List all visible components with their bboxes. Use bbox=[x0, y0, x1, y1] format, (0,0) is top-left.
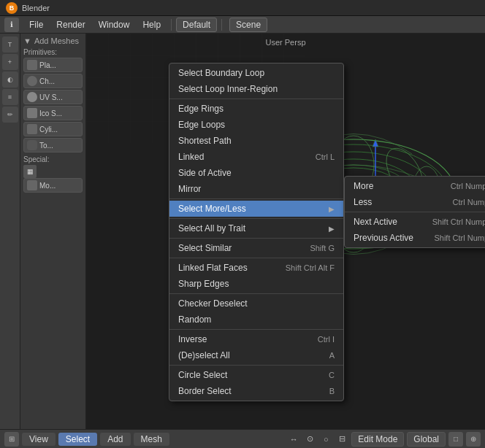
left-sidebar: T + ◐ ≡ ✏ bbox=[0, 34, 20, 429]
proportional-icon[interactable]: ○ bbox=[319, 433, 332, 446]
ctx-divider-2 bbox=[169, 198, 343, 199]
ctx-divider-3 bbox=[169, 218, 343, 219]
ctx-circle-select[interactable]: Circle Select C bbox=[169, 367, 343, 383]
main-area: T + ◐ ≡ ✏ ▼ Add Meshes Primitives: Pla..… bbox=[0, 34, 485, 429]
edit-mode-selector[interactable]: Edit Mode bbox=[351, 432, 404, 447]
tool-circle[interactable]: Ch... bbox=[23, 74, 83, 88]
tool-monkey[interactable]: Mo... bbox=[23, 178, 83, 193]
ctx-divider-5 bbox=[169, 258, 343, 258]
menu-help[interactable]: Help bbox=[137, 18, 167, 31]
sidebar-tool-icon[interactable]: T bbox=[2, 36, 18, 53]
global-selector[interactable]: Global bbox=[407, 432, 446, 447]
ctx-deselect-all[interactable]: (De)select All A bbox=[169, 347, 343, 363]
view-icon[interactable]: ⊞ bbox=[4, 432, 19, 447]
ctx-select-boundary-loop[interactable]: Select Boundary Loop bbox=[169, 65, 343, 81]
ctx-linked[interactable]: Linked Ctrl L bbox=[169, 149, 343, 165]
snap-icon[interactable]: ⊙ bbox=[303, 433, 316, 446]
ctx-divider-8 bbox=[169, 365, 343, 366]
ctx-inverse[interactable]: Inverse Ctrl I bbox=[169, 331, 343, 347]
ctx-random[interactable]: Random bbox=[169, 312, 343, 328]
tool-panel-header: ▼ Add Meshes bbox=[23, 36, 83, 45]
ctx-divider-4 bbox=[169, 238, 343, 239]
context-menu: Select Boundary Loop Select Loop Inner-R… bbox=[169, 63, 344, 401]
tool-panel: ▼ Add Meshes Primitives: Pla... Ch... UV… bbox=[20, 34, 86, 429]
ctx-divider-7 bbox=[169, 329, 343, 330]
tab-select[interactable]: Select bbox=[58, 433, 97, 446]
ctx-select-all-by-trait[interactable]: Select All by Trait ▶ bbox=[169, 220, 343, 236]
ctx-divider-1 bbox=[169, 99, 343, 99]
tool-cylinder[interactable]: Cyli... bbox=[23, 122, 83, 136]
sidebar-option-icon[interactable]: ≡ bbox=[2, 89, 18, 105]
tab-add[interactable]: Add bbox=[100, 433, 130, 446]
sub-previous-active[interactable]: Previous Active Shift Ctrl Numpad - bbox=[345, 230, 485, 246]
ctx-select-loop-inner[interactable]: Select Loop Inner-Region bbox=[169, 81, 343, 97]
info-icon: ℹ bbox=[4, 18, 19, 32]
ctx-side-of-active[interactable]: Side of Active bbox=[169, 165, 343, 181]
ctx-select-similar[interactable]: Select Similar Shift G bbox=[169, 240, 343, 256]
ctx-sharp-edges[interactable]: Sharp Edges bbox=[169, 276, 343, 292]
sub-less[interactable]: Less Ctrl Numpad - bbox=[345, 194, 485, 210]
bottombar: ⊞ View Select Add Mesh ↔ ⊙ ○ ⊟ Edit Mode… bbox=[0, 429, 485, 448]
ctx-edge-rings[interactable]: Edge Rings bbox=[169, 101, 343, 117]
tab-mesh[interactable]: Mesh bbox=[134, 433, 169, 446]
titlebar: B Blender bbox=[0, 0, 485, 16]
tool-icosphere[interactable]: Ico S... bbox=[23, 106, 83, 120]
special-label: Special: bbox=[23, 155, 83, 163]
ctx-checker-deselect[interactable]: Checker Deselect bbox=[169, 296, 343, 312]
ctx-border-select[interactable]: Border Select B bbox=[169, 383, 343, 399]
menu-window[interactable]: Window bbox=[93, 18, 136, 31]
primitives-label: Primitives: bbox=[23, 48, 83, 56]
ctx-divider-6 bbox=[169, 293, 343, 294]
transform-icon[interactable]: ↔ bbox=[287, 433, 300, 446]
sub-divider bbox=[345, 212, 485, 212]
sub-next-active[interactable]: Next Active Shift Ctrl Numpad + bbox=[345, 214, 485, 230]
ctx-linked-flat-faces[interactable]: Linked Flat Faces Shift Ctrl Alt F bbox=[169, 260, 343, 276]
menu-file[interactable]: File bbox=[23, 18, 49, 31]
tool-plane[interactable]: Pla... bbox=[23, 58, 83, 72]
special-grid-icon[interactable]: ▦ bbox=[23, 165, 37, 178]
ctx-mirror[interactable]: Mirror bbox=[169, 181, 343, 197]
sidebar-greasepen-icon[interactable]: ✏ bbox=[2, 107, 18, 123]
blender-logo-icon: B bbox=[6, 2, 18, 14]
tool-torus[interactable]: To... bbox=[23, 138, 83, 152]
layers-icon[interactable]: ⊕ bbox=[466, 432, 481, 447]
tool-uvsphere[interactable]: UV S... bbox=[23, 90, 83, 104]
sub-more[interactable]: More Ctrl Numpad + bbox=[345, 178, 485, 194]
render-region-icon[interactable]: □ bbox=[448, 432, 463, 447]
ctx-shortest-path[interactable]: Shortest Path bbox=[169, 133, 343, 149]
ctx-select-moreless[interactable]: Select More/Less ▶ bbox=[169, 201, 343, 217]
app-title: Blender bbox=[22, 4, 50, 12]
submenu-moreless: More Ctrl Numpad + Less Ctrl Numpad - Ne… bbox=[344, 176, 485, 248]
tab-view[interactable]: View bbox=[22, 433, 56, 446]
menu-render[interactable]: Render bbox=[50, 18, 91, 31]
ctx-edge-loops[interactable]: Edge Loops bbox=[169, 117, 343, 133]
menubar: ℹ File Render Window Help Default Scene bbox=[0, 16, 485, 34]
sidebar-shading-icon[interactable]: ◐ bbox=[2, 72, 18, 88]
viewport: User Persp bbox=[86, 34, 485, 429]
mirror-icon[interactable]: ⊟ bbox=[335, 433, 348, 446]
workspace-selector[interactable]: Default bbox=[176, 18, 217, 32]
sidebar-create-icon[interactable]: + bbox=[2, 54, 18, 70]
scene-selector[interactable]: Scene bbox=[229, 18, 267, 32]
